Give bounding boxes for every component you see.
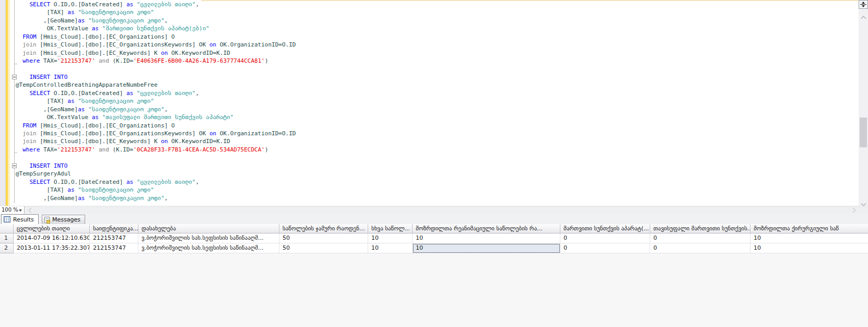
editor-zoom-select[interactable]: 100 % <box>0 206 25 214</box>
scroll-right-icon[interactable] <box>851 208 856 213</box>
code-line[interactable]: [TAX] as "საიდენტიფიკაციო კოდი" <box>16 8 296 16</box>
code-token: ) <box>265 146 268 153</box>
code-token: 'E40636FE-6B00-4A26-A179-6377744CCA81' <box>133 57 265 64</box>
grid-header-cell[interactable]: საიდენტიფიკა... <box>90 224 138 233</box>
table-cell[interactable]: 212153747 <box>90 233 138 243</box>
code-line[interactable]: SELECT O.ID,O.[DateCreated] as "ცვლილები… <box>16 1 296 8</box>
table-cell[interactable]: ვ.ბოჭორიშვილის სახ.სეფსისის საწინააღმ... <box>138 233 279 243</box>
code-line[interactable]: [TAX] as "საიდენტიფიკაციო კოდი" <box>16 186 296 194</box>
table-cell[interactable]: 10 <box>750 243 868 253</box>
code-line[interactable]: [TAX] as "საიდენტიფიკაციო კოდი" <box>16 97 296 105</box>
collapse-region-icon[interactable] <box>12 75 17 79</box>
row-number-cell[interactable]: 2 <box>0 243 14 253</box>
grid-header-cell[interactable]: მოზრდილთა რეანიმაციული საწოლების რა... <box>413 224 560 233</box>
code-token: O.ID,O.[DateCreated] <box>50 179 126 185</box>
code-token: as <box>126 179 133 185</box>
code-token: as <box>78 106 85 113</box>
code-token: '212153747' <box>57 57 96 64</box>
code-token: where <box>22 146 40 153</box>
code-line[interactable]: @TempSurgeryAdul <box>16 170 296 178</box>
code-line[interactable] <box>16 65 296 73</box>
results-tabstrip: Results Messages <box>0 214 868 224</box>
code-token: ,[GeoName] <box>16 17 78 24</box>
selected-cell[interactable]: 10 <box>413 243 560 253</box>
vertical-scrollbar-thumb[interactable] <box>860 118 867 147</box>
code-token: , <box>165 195 168 202</box>
code-text[interactable]: SELECT O.ID,O.[DateCreated] as "ცვლილები… <box>16 1 296 202</box>
grid-corner-cell[interactable] <box>0 224 14 233</box>
grid-header-cell[interactable]: საწოლების ჯამური რაოდენ... <box>279 224 368 233</box>
zoom-value: 100 % <box>2 207 18 213</box>
code-line[interactable]: join [Hmis_Cloud].[dbo].[EC_Organization… <box>16 41 296 49</box>
code-line[interactable]: SELECT O.ID,O.[DateCreated] as "ცვლილები… <box>16 89 296 97</box>
grid-header-cell[interactable]: ცვლილების თაიღი <box>14 224 90 233</box>
code-line[interactable]: ,[GeoName]as "საიდენტიფიკაციო კოდი", <box>16 194 296 202</box>
grid-header-cell[interactable]: მართვითი სუნთქვის აპარატ(... <box>560 224 650 233</box>
code-line[interactable]: FROM [Hmis_Cloud].[dbo].[EC_Organization… <box>16 33 296 41</box>
grid-header-cell[interactable]: თავისუფალი მართვითი სუნთქვის... <box>650 224 750 233</box>
code-line[interactable]: INSERT INTO <box>16 162 296 170</box>
table-cell[interactable]: 10 <box>368 243 413 253</box>
table-cell[interactable]: 10 <box>750 233 868 243</box>
tab-results[interactable]: Results <box>1 214 39 224</box>
code-token <box>16 179 30 185</box>
code-token <box>16 33 22 40</box>
code-line[interactable]: ,[GeoName]as "საიდენტიფიკაციო კოდი", <box>16 106 296 113</box>
table-cell[interactable]: 2013-01-11 17:35:22.307 <box>14 243 90 253</box>
code-line[interactable] <box>16 154 296 161</box>
code-line[interactable]: join [Hmis_Cloud].[dbo].[EC_Keywords] K … <box>16 137 296 145</box>
scroll-left-icon[interactable] <box>29 208 34 213</box>
code-token: [Hmis_Cloud].[dbo].[EC_Keywords] K <box>37 50 161 56</box>
code-token: as <box>92 25 99 32</box>
grid-header-cell[interactable]: მოზრდილთა ქირურგიული საწ <box>750 224 868 233</box>
table-cell[interactable]: 10 <box>413 233 560 243</box>
code-line[interactable]: SELECT O.ID,O.[DateCreated] as "ცვლილები… <box>16 178 296 186</box>
code-token: @TempControlledBreathingApparateNumbeFre… <box>16 81 158 88</box>
sql-editor[interactable]: SELECT O.ID,O.[DateCreated] as "ცვლილები… <box>0 0 859 206</box>
code-line[interactable]: FROM [Hmis_Cloud].[dbo].[EC_Organization… <box>16 122 296 130</box>
code-line[interactable]: where TAX='212153747' and (K.ID='E40636F… <box>16 57 296 65</box>
code-token: O.ID,O.[DateCreated] <box>50 1 126 8</box>
code-line[interactable]: OK.TextValue as "მართვითი სუნთქვის აპარა… <box>16 25 296 32</box>
table-cell[interactable]: 50 <box>279 243 368 253</box>
scroll-down-icon[interactable] <box>861 201 866 206</box>
code-line[interactable]: join [Hmis_Cloud].[dbo].[EC_Keywords] K … <box>16 49 296 57</box>
code-line[interactable]: ,[GeoName]as "საიდენტიფიკაციო კოდი", <box>16 17 296 25</box>
code-line[interactable]: @TempControlledBreathingApparateNumbeFre… <box>16 81 296 89</box>
tab-messages[interactable]: Messages <box>42 215 85 224</box>
table-cell[interactable]: 0 <box>650 243 750 253</box>
table-cell[interactable]: 0 <box>560 243 650 253</box>
table-cell[interactable]: 0 <box>650 233 750 243</box>
code-token: join <box>22 130 37 137</box>
table-cell[interactable]: 212153747 <box>90 243 138 253</box>
code-token: "საიდენტიფიკაციო კოდი" <box>85 195 164 202</box>
table-cell[interactable]: 2014-07-09 16:12:10.630 <box>14 233 90 243</box>
code-token: ,[GeoName] <box>16 195 78 202</box>
ssms-query-window: { "editor": { "zoom_control": { "value":… <box>0 0 868 327</box>
code-line[interactable]: OK.TextValue as "თავისუფალი მართვითი სუნ… <box>16 113 296 121</box>
results-grid[interactable]: ცვლილების თაიღისაიდენტიფიკა...დასახელება… <box>0 224 868 327</box>
row-number-cell[interactable]: 1 <box>0 233 14 243</box>
code-token <box>16 74 30 80</box>
tab-messages-label: Messages <box>52 216 80 223</box>
code-token <box>16 41 22 48</box>
table-cell[interactable]: 0 <box>560 233 650 243</box>
code-line[interactable]: join [Hmis_Cloud].[dbo].[EC_Organization… <box>16 130 296 137</box>
code-token: "საიდენტიფიკაციო კოდი" <box>75 186 154 193</box>
breakpoint-margin[interactable] <box>0 0 6 206</box>
table-cell[interactable]: 50 <box>279 233 368 243</box>
collapse-region-icon[interactable] <box>12 164 17 168</box>
grid-header-cell[interactable]: დასახელება <box>138 224 279 233</box>
grid-header-cell[interactable]: სხვა საწოლ... <box>368 224 413 233</box>
table-cell[interactable]: ვ.ბოჭორიშვილის სახ.სეფსისის საწინააღმ... <box>138 243 279 253</box>
messages-icon <box>44 217 50 223</box>
code-line[interactable]: where TAX='212153747' and (K.ID='0CA28F3… <box>16 146 296 154</box>
editor-vertical-scrollbar[interactable] <box>859 0 868 206</box>
code-token: and <box>95 146 109 153</box>
window-splitter-handle[interactable] <box>859 0 868 9</box>
code-line[interactable]: INSERT INTO <box>16 73 296 81</box>
scroll-up-icon[interactable] <box>861 16 866 21</box>
code-token: O.ID,O.[DateCreated] <box>50 90 126 97</box>
code-token: [Hmis_Cloud].[dbo].[EC_Keywords] K <box>37 138 161 145</box>
table-cell[interactable]: 10 <box>368 233 413 243</box>
